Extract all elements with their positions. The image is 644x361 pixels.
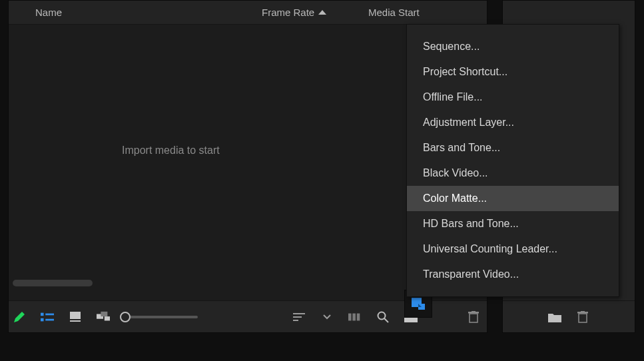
- svg-rect-22: [579, 314, 587, 322]
- svg-rect-14: [357, 313, 360, 320]
- svg-rect-1: [45, 313, 54, 315]
- menu-item-project-shortcut[interactable]: Project Shortcut...: [407, 59, 619, 85]
- menu-item-sequence[interactable]: Sequence...: [407, 34, 619, 59]
- new-bin-icon[interactable]: [548, 310, 561, 324]
- search-icon[interactable]: [376, 310, 390, 324]
- svg-rect-8: [105, 316, 110, 320]
- column-header-row: Name Frame Rate Media Start: [9, 1, 487, 25]
- chevron-down-icon[interactable]: [320, 310, 334, 324]
- empty-bin-message: Import media to start: [122, 145, 220, 157]
- svg-rect-7: [101, 311, 107, 316]
- svg-rect-10: [293, 316, 302, 318]
- svg-rect-4: [70, 312, 81, 319]
- column-header-frame-rate-label: Frame Rate: [262, 7, 314, 18]
- trash-icon[interactable]: [467, 310, 480, 324]
- zoom-slider[interactable]: [125, 316, 198, 318]
- menu-item-black-video[interactable]: Black Video...: [407, 161, 619, 186]
- freeform-view-icon[interactable]: [97, 310, 110, 324]
- svg-rect-2: [41, 318, 44, 321]
- svg-point-15: [378, 312, 386, 319]
- svg-rect-12: [348, 313, 352, 320]
- menu-item-hd-bars-and-tone[interactable]: HD Bars and Tone...: [407, 211, 619, 236]
- secondary-toolbar: [503, 300, 635, 332]
- horizontal-scrollbar[interactable]: [13, 280, 93, 286]
- menu-item-color-matte[interactable]: Color Matte...: [407, 186, 619, 211]
- menu-item-bars-and-tone[interactable]: Bars and Tone...: [407, 135, 619, 161]
- svg-rect-3: [45, 318, 54, 320]
- list-view-icon[interactable]: [41, 310, 54, 324]
- column-header-media-start[interactable]: Media Start: [368, 7, 487, 18]
- svg-rect-13: [352, 313, 356, 320]
- menu-item-adjustment-layer[interactable]: Adjustment Layer...: [407, 110, 619, 135]
- svg-rect-5: [70, 320, 81, 322]
- svg-rect-0: [41, 312, 44, 316]
- automate-to-sequence-icon[interactable]: [348, 310, 362, 324]
- svg-rect-17: [470, 314, 478, 322]
- menu-item-offline-file[interactable]: Offline File...: [407, 85, 619, 110]
- column-header-frame-rate[interactable]: Frame Rate: [262, 7, 368, 18]
- sort-ascending-icon: [318, 10, 326, 15]
- svg-rect-11: [293, 320, 298, 321]
- svg-rect-9: [293, 313, 305, 314]
- icon-view-icon[interactable]: [69, 310, 82, 324]
- zoom-knob-icon[interactable]: [120, 312, 131, 322]
- menu-item-transparent-video[interactable]: Transparent Video...: [407, 262, 619, 287]
- menu-item-counting-leader[interactable]: Universal Counting Leader...: [407, 236, 619, 262]
- trash-icon[interactable]: [576, 310, 589, 324]
- write-pencil-icon[interactable]: [13, 310, 26, 324]
- svg-rect-19: [472, 311, 476, 312]
- sort-menu-icon[interactable]: [292, 310, 306, 324]
- new-item-context-menu: Sequence... Project Shortcut... Offline …: [406, 24, 619, 297]
- svg-rect-24: [581, 311, 585, 312]
- svg-line-16: [384, 318, 388, 322]
- zoom-track: [125, 316, 198, 318]
- column-header-name[interactable]: Name: [35, 7, 262, 18]
